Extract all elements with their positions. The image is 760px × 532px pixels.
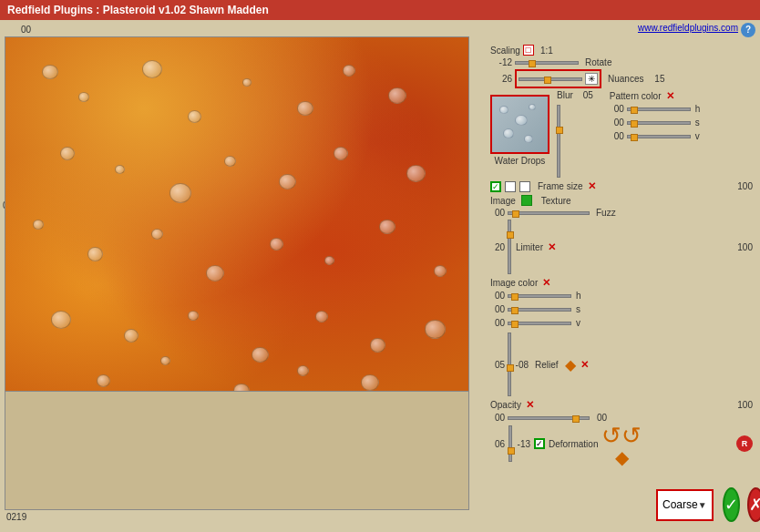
relief-vert-slider[interactable] [508, 332, 511, 396]
image-v-value: 00 [490, 318, 505, 328]
dropdown-container[interactable]: Coarse ▼ [656, 489, 714, 521]
limiter-value: 20 [490, 242, 505, 252]
opacity-slider[interactable] [508, 416, 590, 420]
frame-size-value: 100 [737, 181, 753, 191]
title-text: Redfield Plugins : Plasteroid v1.02 Shaw… [7, 4, 269, 16]
fuzz-thumb[interactable] [512, 210, 519, 218]
waterdrop-blur-row: ✕ Water Drops [490, 90, 753, 178]
image-color-close[interactable]: ✕ [542, 277, 550, 289]
pattern-s-label: s [695, 118, 700, 128]
limiter-vert-slider[interactable] [508, 220, 511, 274]
image-v-thumb[interactable] [511, 321, 519, 328]
scaling-value: 1:1 [539, 46, 553, 56]
texture-label: Texture [541, 196, 571, 206]
left-panel: 00 00 [0, 20, 483, 532]
blur-section: Blur 05 [557, 90, 593, 178]
relief-left-value: 05 [490, 360, 505, 370]
pattern-v-slider[interactable] [627, 135, 691, 138]
dropdown-text: Coarse [662, 498, 698, 511]
limiter-close[interactable]: ✕ [548, 241, 556, 253]
limiter-vert-thumb[interactable] [507, 231, 514, 239]
image-color-header: Image color ✕ [490, 277, 753, 289]
image-h-thumb[interactable] [511, 293, 519, 301]
image-label: Image [490, 196, 516, 206]
pattern-v-row: 00 v [610, 131, 701, 141]
image-v-slider[interactable] [508, 322, 571, 325]
water-drops-section: ✕ Water Drops [490, 90, 549, 166]
diamond-icon-small: ◆ [565, 356, 576, 373]
pattern-s-row: 00 s [610, 118, 701, 128]
nuances-star-btn[interactable]: ✳ [585, 73, 598, 85]
info-icon[interactable]: ? [741, 23, 755, 37]
main-container: 00 00 [0, 20, 760, 532]
nuances-thumb[interactable] [544, 77, 551, 84]
image-v-label: v [576, 318, 580, 328]
right-controls: Scaling ☐ 1:1 -12 Rotate 26 [490, 45, 753, 462]
pattern-v-value: 00 [610, 131, 624, 141]
deform-left: 06 [490, 439, 505, 449]
image-texture-controls: Image Texture [490, 195, 571, 206]
pattern-v-thumb[interactable] [631, 134, 638, 141]
deform-vert-thumb[interactable] [508, 447, 515, 455]
water-drops-preview[interactable]: ✕ [490, 95, 549, 154]
red-circle-btn[interactable]: R [736, 435, 753, 452]
nuances-value: 26 [490, 74, 512, 84]
title-bar: Redfield Plugins : Plasteroid v1.02 Shaw… [0, 0, 760, 20]
canvas-top-label: 00 [21, 25, 478, 35]
relief-vert-thumb[interactable] [507, 364, 514, 372]
relief-value: -08 [514, 360, 529, 370]
opacity-thumb[interactable] [572, 415, 580, 423]
opacity-section: Opacity ✕ 100 00 00 [490, 399, 753, 423]
nuances-label: Nuances [608, 74, 643, 84]
image-color-section: Image color ✕ 00 h 00 [490, 277, 753, 330]
deform-vert-slider[interactable] [508, 425, 512, 462]
relief-close[interactable]: ✕ [580, 359, 589, 371]
pattern-s-thumb[interactable] [631, 120, 638, 128]
frame-size-close[interactable]: ✕ [588, 180, 596, 192]
frame-size-checkbox1[interactable] [505, 181, 516, 192]
image-s-thumb[interactable] [511, 307, 519, 314]
image-h-slider[interactable] [508, 294, 571, 298]
nuances-slider[interactable] [519, 77, 582, 81]
pattern-h-thumb[interactable] [631, 107, 638, 114]
ok-button[interactable]: ✓ [723, 487, 740, 522]
pattern-color-header: Pattern color ✕ [610, 90, 701, 102]
pattern-color-label: Pattern color [610, 91, 662, 101]
blur-vert-slider[interactable] [557, 105, 560, 178]
deform-checkbox[interactable]: ✓ [534, 438, 545, 449]
image-green-box[interactable] [521, 195, 532, 206]
deformation-label: Deformation [549, 439, 598, 449]
image-color-label: Image color [490, 278, 538, 288]
image-v-row: 00 v [490, 318, 753, 328]
pattern-s-slider[interactable] [627, 121, 691, 125]
frame-size-checkbox-green[interactable] [490, 181, 501, 192]
scaling-checkbox-inner: ☐ [525, 46, 531, 55]
rotate-value-left: -12 [490, 57, 512, 67]
opacity-header: Opacity ✕ 100 [490, 399, 753, 411]
opacity-v3: 100 [737, 400, 753, 410]
opacity-label: Opacity [490, 400, 521, 410]
image-s-label: s [576, 304, 580, 314]
blur-vert-thumb[interactable] [556, 127, 563, 134]
blur-label: Blur [557, 90, 573, 100]
scaling-label: Scaling [490, 46, 520, 56]
rotate-row: -12 Rotate [490, 57, 753, 67]
pattern-h-slider[interactable] [627, 107, 691, 111]
pattern-color-close[interactable]: ✕ [666, 90, 674, 102]
fuzz-slider[interactable] [508, 211, 590, 215]
frame-size-checkbox2[interactable] [519, 181, 530, 192]
image-color-sliders: 00 h 00 s 00 [490, 291, 753, 330]
rotate-thumb[interactable] [529, 60, 536, 67]
canvas-bottom-number: 0219 [6, 512, 478, 522]
opacity-close[interactable]: ✕ [526, 399, 534, 411]
rotate-slider[interactable] [515, 61, 579, 65]
canvas-bottom-area [5, 392, 469, 510]
limiter-label: Limiter [516, 242, 543, 252]
fuzz-label: Fuzz [596, 208, 616, 218]
scaling-checkbox[interactable]: ☐ [523, 45, 534, 56]
fuzz-row: 00 Fuzz [490, 208, 753, 218]
website-link[interactable]: www.redfieldplugins.com [638, 23, 738, 33]
cancel-button[interactable]: ✗ [747, 487, 760, 522]
image-s-value: 00 [490, 304, 505, 314]
image-s-slider[interactable] [508, 308, 571, 312]
